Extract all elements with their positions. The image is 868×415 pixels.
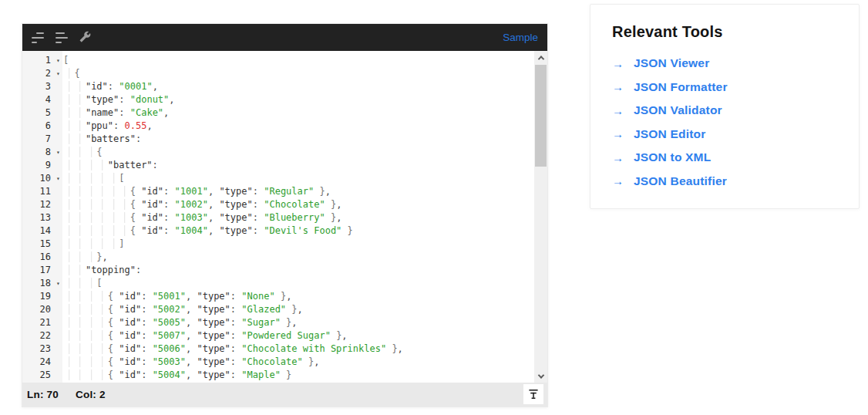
line-number: 1 <box>22 54 53 67</box>
line-number: 19 <box>22 290 53 303</box>
scrollbar-thumb[interactable] <box>535 65 547 167</box>
relevant-tool-link[interactable]: →JSON Formatter <box>612 76 837 100</box>
fold-arrow-icon[interactable]: ▾ <box>53 277 63 290</box>
code-line[interactable]: 8▾ { <box>22 146 534 159</box>
wrench-settings-icon[interactable] <box>79 31 93 45</box>
line-number: 5 <box>22 106 53 120</box>
code-text: ] <box>63 238 124 251</box>
code-line[interactable]: 10▾ [ <box>22 172 534 185</box>
line-indicator: Ln:70 <box>27 389 59 400</box>
fold-arrow-icon <box>53 342 63 356</box>
code-line[interactable]: 16 }, <box>22 251 534 264</box>
code-line[interactable]: 18▾ [ <box>22 277 534 290</box>
code-text: { "id": "1002", "type": "Chocolate" }, <box>63 198 341 211</box>
editor-height-toggle-button[interactable] <box>523 384 543 404</box>
code-line[interactable]: 6 "ppu": 0.55, <box>22 120 534 133</box>
code-line[interactable]: 7 "batters": <box>22 133 534 146</box>
fold-arrow-icon[interactable]: ▾ <box>53 54 63 67</box>
fold-arrow-icon[interactable]: ▾ <box>53 172 63 185</box>
code-line[interactable]: 23 { "id": "5006", "type": "Chocolate wi… <box>22 342 534 356</box>
arrow-right-icon: → <box>612 80 634 93</box>
relevant-tools-card: Relevant Tools →JSON Viewer→JSON Formatt… <box>590 4 860 209</box>
code-text: "topping": <box>63 264 141 277</box>
line-value: 70 <box>47 389 59 400</box>
editor-lines[interactable]: 1▾[2▾ {3 "id": "0001",4 "type": "donut",… <box>22 51 534 383</box>
editor-toolbar: Sample <box>22 24 547 51</box>
code-line[interactable]: 21 { "id": "5005", "type": "Sugar" }, <box>22 316 534 329</box>
tool-link-label: JSON Viewer <box>634 56 709 70</box>
line-number: 17 <box>22 264 53 277</box>
line-label: Ln: <box>27 389 44 400</box>
code-text: { "id": "5004", "type": "Maple" } <box>63 369 291 382</box>
relevant-tool-link[interactable]: →JSON Beautifier <box>612 170 837 194</box>
code-text: "name": "Cake", <box>63 106 169 120</box>
code-text: { "id": "5002", "type": "Glazed" }, <box>63 303 303 316</box>
text-height-icon <box>527 388 540 400</box>
code-line[interactable]: 20 { "id": "5002", "type": "Glazed" }, <box>22 303 534 316</box>
relevant-tool-link[interactable]: →JSON to XML <box>612 146 837 170</box>
code-line[interactable]: 25 { "id": "5004", "type": "Maple" } <box>22 369 534 382</box>
relevant-tools-list: →JSON Viewer→JSON Formatter→JSON Validat… <box>612 52 837 193</box>
fold-arrow-icon <box>53 329 63 342</box>
code-text: { "id": "5007", "type": "Powdered Sugar"… <box>63 329 348 342</box>
code-line[interactable]: 2▾ { <box>22 67 534 80</box>
code-text: "batters": <box>63 133 141 146</box>
code-line[interactable]: 11 { "id": "1001", "type": "Regular" }, <box>22 185 534 198</box>
fold-arrow-icon <box>53 356 63 369</box>
code-line[interactable]: 13 { "id": "1003", "type": "Blueberry" }… <box>22 211 534 224</box>
fold-arrow-icon[interactable]: ▾ <box>53 67 63 80</box>
code-line[interactable]: 19 { "id": "5001", "type": "None" }, <box>22 290 534 303</box>
code-line[interactable]: 3 "id": "0001", <box>22 80 534 93</box>
line-number: 2 <box>22 67 53 80</box>
code-line[interactable]: 22 { "id": "5007", "type": "Powdered Sug… <box>22 329 534 342</box>
tool-link-label: JSON Editor <box>634 127 706 141</box>
code-line[interactable]: 12 { "id": "1002", "type": "Chocolate" }… <box>22 198 534 211</box>
fold-arrow-icon <box>53 93 63 106</box>
icon-bar <box>32 42 37 43</box>
relevant-tool-link[interactable]: →JSON Viewer <box>612 52 837 76</box>
scroll-up-button[interactable] <box>534 51 547 64</box>
icon-bar <box>56 32 65 34</box>
fold-arrow-icon <box>53 120 63 133</box>
relevant-tool-link[interactable]: →JSON Editor <box>612 123 837 147</box>
tool-link-label: JSON Formatter <box>634 80 728 94</box>
fold-arrow-icon <box>53 106 63 120</box>
arrow-right-icon: → <box>612 127 634 140</box>
code-line[interactable]: 14 { "id": "1004", "type": "Devil's Food… <box>22 224 534 238</box>
code-line[interactable]: 9 "batter": <box>22 159 534 172</box>
code-text: [ <box>63 277 103 290</box>
code-text: { "id": "5003", "type": "Chocolate" }, <box>63 356 319 369</box>
code-text: { "id": "1001", "type": "Regular" }, <box>63 185 331 198</box>
code-line[interactable]: 17 "topping": <box>22 264 534 277</box>
fold-arrow-icon[interactable]: ▾ <box>53 146 63 159</box>
code-line[interactable]: 4 "type": "donut", <box>22 93 534 106</box>
line-number: 9 <box>22 159 53 172</box>
code-text: { <box>63 67 80 80</box>
code-text: "ppu": 0.55, <box>63 120 153 133</box>
tool-link-label: JSON Validator <box>634 103 722 117</box>
status-bar: Ln:70 Col:2 <box>22 383 547 407</box>
line-number: 18 <box>22 277 53 290</box>
fold-arrow-icon <box>53 303 63 316</box>
relevant-tool-link[interactable]: →JSON Validator <box>612 99 837 123</box>
line-number: 11 <box>22 185 53 198</box>
line-number: 10 <box>22 172 53 185</box>
code-line[interactable]: 24 { "id": "5003", "type": "Chocolate" }… <box>22 356 534 369</box>
code-line[interactable]: 15 ] <box>22 238 534 251</box>
compact-minify-icon[interactable] <box>56 32 69 43</box>
format-beautify-icon[interactable] <box>32 32 45 43</box>
fold-arrow-icon <box>53 185 63 198</box>
code-area[interactable]: 1▾[2▾ {3 "id": "0001",4 "type": "donut",… <box>22 51 547 383</box>
icon-bar <box>32 37 44 39</box>
fold-arrow-icon <box>53 80 63 93</box>
vertical-scrollbar[interactable] <box>534 51 547 383</box>
fold-arrow-icon <box>53 133 63 146</box>
scroll-down-button[interactable] <box>534 369 547 383</box>
card-title: Relevant Tools <box>612 23 837 41</box>
sample-link[interactable]: Sample <box>503 32 538 43</box>
line-number: 4 <box>22 93 53 106</box>
line-number: 23 <box>22 342 53 356</box>
code-line[interactable]: 1▾[ <box>22 54 534 67</box>
code-text: "type": "donut", <box>63 93 175 106</box>
code-line[interactable]: 5 "name": "Cake", <box>22 106 534 120</box>
